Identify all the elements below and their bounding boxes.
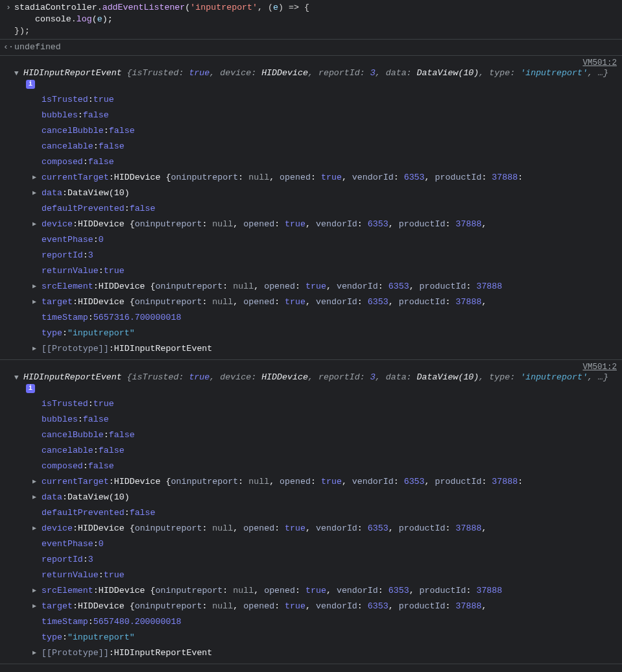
object-property-row[interactable]: device: HIDDevice {oninputreport: null, … <box>32 521 622 536</box>
property-key: composed <box>42 154 83 170</box>
property-key: target <box>42 294 73 310</box>
object-property-row[interactable]: srcElement: HIDDevice {oninputreport: nu… <box>32 583 622 599</box>
object-property-row[interactable]: target: HIDDevice {oninputreport: null, … <box>32 294 622 310</box>
return-value: undefined <box>14 42 622 53</box>
object-property-row[interactable]: defaultPrevented: false <box>32 505 622 521</box>
property-key: reportId <box>42 552 83 568</box>
property-key: isTrusted <box>42 92 88 108</box>
object-property-row[interactable]: returnValue: true <box>32 568 622 583</box>
disclosure-triangle-right-icon[interactable] <box>32 474 42 490</box>
object-property-row[interactable]: currentTarget: HIDDevice {oninputreport:… <box>32 474 622 490</box>
disclosure-triangle-right-icon[interactable] <box>32 490 42 505</box>
console-input-row[interactable]: › stadiaController.addEventListener('inp… <box>0 0 622 40</box>
object-property-row[interactable]: cancelBubble: false <box>32 123 622 139</box>
object-property-row[interactable]: isTrusted: true <box>32 92 622 108</box>
source-link[interactable]: VM501:2 <box>0 361 622 372</box>
disclosure-triangle-right-icon[interactable] <box>32 599 42 614</box>
property-value: 5657316.700000018 <box>93 310 182 326</box>
property-key: reportId <box>42 248 83 263</box>
object-property-row[interactable]: timeStamp: 5657316.700000018 <box>32 310 622 326</box>
object-property-row[interactable]: timeStamp: 5657480.200000018 <box>32 614 622 630</box>
event-summary-row[interactable]: HIDInputReportEvent {isTrusted: true, de… <box>0 372 622 395</box>
return-icon: ‹· <box>3 42 14 53</box>
property-key: cancelBubble <box>42 123 104 139</box>
disclosure-triangle-right-icon[interactable] <box>32 217 42 232</box>
object-property-row[interactable]: data: DataView(10) <box>32 186 622 201</box>
property-value: true <box>104 568 125 583</box>
object-property-row[interactable]: composed: false <box>32 459 622 474</box>
property-key: type <box>42 630 62 645</box>
disclosure-triangle-right-icon[interactable] <box>32 279 42 294</box>
disclosure-triangle-right-icon[interactable] <box>32 186 42 201</box>
property-value: HIDDevice {oninputreport: null, opened: … <box>78 599 487 614</box>
property-value: false <box>83 412 109 427</box>
property-value: 3 <box>88 552 93 568</box>
object-property-row[interactable]: bubbles: false <box>32 412 622 427</box>
object-property-row[interactable]: cancelable: false <box>32 139 622 154</box>
object-property-row[interactable]: composed: false <box>32 154 622 170</box>
object-property-row[interactable]: type: "inputreport" <box>32 326 622 341</box>
object-property-row[interactable]: eventPhase: 0 <box>32 232 622 248</box>
property-value: DataView(10) <box>67 490 130 505</box>
property-key: srcElement <box>42 583 93 599</box>
object-property-row[interactable]: returnValue: true <box>32 263 622 279</box>
property-key: eventPhase <box>42 536 93 552</box>
object-property-row[interactable]: data: DataView(10) <box>32 490 622 505</box>
property-key: timeStamp <box>42 310 88 326</box>
object-property-row[interactable]: target: HIDDevice {oninputreport: null, … <box>32 599 622 614</box>
property-value: false <box>83 108 109 123</box>
property-key: bubbles <box>42 108 78 123</box>
property-value: false <box>88 459 114 474</box>
object-property-row[interactable]: eventPhase: 0 <box>32 536 622 552</box>
property-value: HIDInputReportEvent <box>114 341 213 357</box>
info-badge-icon[interactable]: i <box>26 384 35 393</box>
property-value: DataView(10) <box>67 186 130 201</box>
property-key: data <box>42 186 62 201</box>
disclosure-triangle-right-icon[interactable] <box>32 294 42 310</box>
property-value: HIDDevice {oninputreport: null, opened: … <box>114 474 523 490</box>
disclosure-triangle-right-icon[interactable] <box>32 645 42 661</box>
disclosure-triangle-down-icon[interactable] <box>14 372 23 383</box>
disclosure-triangle-down-icon[interactable] <box>14 67 23 79</box>
disclosure-triangle-right-icon[interactable] <box>32 170 42 186</box>
object-property-row[interactable]: currentTarget: HIDDevice {oninputreport:… <box>32 170 622 186</box>
object-property-row[interactable]: [[Prototype]]: HIDInputReportEvent <box>32 341 622 357</box>
object-property-row[interactable]: type: "inputreport" <box>32 630 622 645</box>
property-value: false <box>130 505 156 521</box>
property-value: HIDDevice {oninputreport: null, opened: … <box>78 294 487 310</box>
disclosure-triangle-right-icon[interactable] <box>32 341 42 357</box>
property-value: HIDInputReportEvent <box>114 645 213 661</box>
disclosure-triangle-right-icon[interactable] <box>32 521 42 536</box>
property-value: false <box>99 443 125 459</box>
input-code: stadiaController.addEventListener('input… <box>14 2 622 37</box>
info-badge-icon[interactable]: i <box>26 80 35 89</box>
property-value: HIDDevice {oninputreport: null, opened: … <box>78 217 487 232</box>
object-property-row[interactable]: cancelable: false <box>32 443 622 459</box>
object-property-row[interactable]: bubbles: false <box>32 108 622 123</box>
property-key: [[Prototype]] <box>42 645 109 661</box>
property-value: true <box>104 263 125 279</box>
event-summary-row[interactable]: HIDInputReportEvent {isTrusted: true, de… <box>0 67 622 91</box>
property-key: isTrusted <box>42 396 88 412</box>
property-key: bubbles <box>42 412 78 427</box>
object-property-row[interactable]: device: HIDDevice {oninputreport: null, … <box>32 217 622 232</box>
object-property-row[interactable]: cancelBubble: false <box>32 427 622 443</box>
property-value: false <box>99 139 125 154</box>
object-property-row[interactable]: isTrusted: true <box>32 396 622 412</box>
object-property-row[interactable]: reportId: 3 <box>32 552 622 568</box>
property-value: "inputreport" <box>67 630 135 645</box>
property-value: false <box>130 201 156 217</box>
object-property-row[interactable]: reportId: 3 <box>32 248 622 263</box>
disclosure-triangle-right-icon[interactable] <box>32 583 42 599</box>
property-key: cancelBubble <box>42 427 104 443</box>
object-property-row[interactable]: [[Prototype]]: HIDInputReportEvent <box>32 645 622 661</box>
object-property-row[interactable]: defaultPrevented: false <box>32 201 622 217</box>
source-link[interactable]: VM501:2 <box>0 57 622 67</box>
object-property-row[interactable]: srcElement: HIDDevice {oninputreport: nu… <box>32 279 622 294</box>
object-properties: isTrusted: truebubbles: falsecancelBubbl… <box>0 395 622 661</box>
property-value: 5657480.200000018 <box>93 614 182 630</box>
property-key: srcElement <box>42 279 93 294</box>
console-log-entry: VM501:2HIDInputReportEvent {isTrusted: t… <box>0 56 622 360</box>
property-value: true <box>93 396 114 412</box>
property-value: false <box>88 154 114 170</box>
